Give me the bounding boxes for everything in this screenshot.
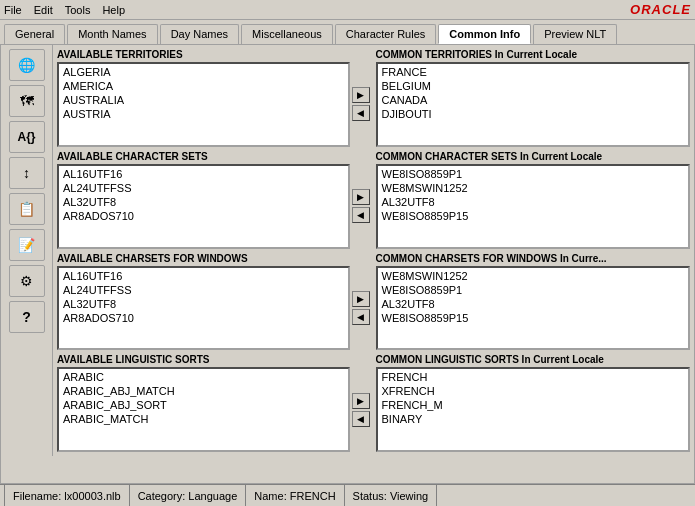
territories-arrows: ▶ ◀ bbox=[350, 62, 372, 147]
list-item[interactable]: BELGIUM bbox=[379, 79, 688, 93]
statusbar: Filename: lx00003.nlb Category: Language… bbox=[0, 484, 695, 506]
list-item[interactable]: WE8ISO8859P1 bbox=[379, 283, 688, 297]
common-linguistic-label: COMMON LINGUISTIC SORTS In Current Local… bbox=[376, 354, 691, 365]
available-linguistic-label: AVAILABLE LINGUISTIC SORTS bbox=[57, 354, 372, 365]
common-charsets-windows-section: COMMON CHARSETS FOR WINDOWS In Curre... … bbox=[376, 253, 691, 351]
menu-file[interactable]: File bbox=[4, 4, 22, 16]
list-item[interactable]: WE8ISO8859P1 bbox=[379, 167, 688, 181]
oracle-logo: ORACLE bbox=[630, 2, 691, 17]
available-linguistic-section: AVAILABLE LINGUISTIC SORTS ARABIC ARABIC… bbox=[57, 354, 372, 452]
status-category: Category: Language bbox=[130, 485, 247, 506]
app-window: File Edit Tools Help ORACLE General Mont… bbox=[0, 0, 695, 506]
list-item[interactable]: WE8ISO8859P15 bbox=[379, 209, 688, 223]
globe-icon[interactable]: 🌐 bbox=[9, 49, 45, 81]
list-item[interactable]: DJIBOUTI bbox=[379, 107, 688, 121]
status-name: Name: FRENCH bbox=[246, 485, 344, 506]
list-item[interactable]: AL32UTF8 bbox=[60, 195, 347, 209]
add-territory-button[interactable]: ▶ bbox=[352, 87, 370, 103]
list-item[interactable]: AL32UTF8 bbox=[60, 297, 347, 311]
menu-edit[interactable]: Edit bbox=[34, 4, 53, 16]
linguistic-arrows: ▶ ◀ bbox=[350, 367, 372, 452]
available-charsets-label: AVAILABLE CHARACTER SETS bbox=[57, 151, 372, 162]
text-icon[interactable]: A{} bbox=[9, 121, 45, 153]
sidebar: 🌐 🗺 A{} ↕ 📋 📝 ⚙ ? bbox=[1, 45, 53, 456]
tab-content: 🌐 🗺 A{} ↕ 📋 📝 ⚙ ? AVAILABLE TERRITORIES … bbox=[0, 44, 695, 484]
list-item[interactable]: ALGERIA bbox=[60, 65, 347, 79]
list-item[interactable]: BINARY bbox=[379, 412, 688, 426]
available-charsets-windows-row: AL16UTF16 AL24UTFFSS AL32UTF8 AR8ADOS710… bbox=[57, 266, 372, 351]
tab-month-names[interactable]: Month Names bbox=[67, 24, 157, 44]
settings-icon[interactable]: ⚙ bbox=[9, 265, 45, 297]
list-item[interactable]: AL24UTFFSS bbox=[60, 181, 347, 195]
list-item[interactable]: AR8ADOS710 bbox=[60, 209, 347, 223]
list-item[interactable]: ARABIC_ABJ_SORT bbox=[60, 398, 347, 412]
list-item[interactable]: AL16UTF16 bbox=[60, 269, 347, 283]
common-charsets-section: COMMON CHARACTER SETS In Current Locale … bbox=[376, 151, 691, 249]
common-territories-row: FRANCE BELGIUM CANADA DJIBOUTI bbox=[376, 62, 691, 147]
common-territories-label: COMMON TERRITORIES In Current Locale bbox=[376, 49, 691, 60]
common-linguistic-row: FRENCH XFRENCH FRENCH_M BINARY bbox=[376, 367, 691, 452]
common-territories-list[interactable]: FRANCE BELGIUM CANADA DJIBOUTI bbox=[376, 62, 691, 147]
list-item[interactable]: AL16UTF16 bbox=[60, 167, 347, 181]
remove-linguistic-button[interactable]: ◀ bbox=[352, 411, 370, 427]
add-charset-windows-button[interactable]: ▶ bbox=[352, 291, 370, 307]
list-item[interactable]: AUSTRIA bbox=[60, 107, 347, 121]
tab-miscellaneous[interactable]: Miscellaneous bbox=[241, 24, 333, 44]
available-territories-label: AVAILABLE TERRITORIES bbox=[57, 49, 372, 60]
list-item[interactable]: WE8MSWIN1252 bbox=[379, 269, 688, 283]
common-linguistic-list[interactable]: FRENCH XFRENCH FRENCH_M BINARY bbox=[376, 367, 691, 452]
menu-tools[interactable]: Tools bbox=[65, 4, 91, 16]
list-item[interactable]: CANADA bbox=[379, 93, 688, 107]
available-linguistic-row: ARABIC ARABIC_ABJ_MATCH ARABIC_ABJ_SORT … bbox=[57, 367, 372, 452]
common-charsets-windows-list[interactable]: WE8MSWIN1252 WE8ISO8859P1 AL32UTF8 WE8IS… bbox=[376, 266, 691, 351]
tab-character-rules[interactable]: Character Rules bbox=[335, 24, 436, 44]
tab-day-names[interactable]: Day Names bbox=[160, 24, 239, 44]
list-item[interactable]: WE8MSWIN1252 bbox=[379, 181, 688, 195]
available-linguistic-list[interactable]: ARABIC ARABIC_ABJ_MATCH ARABIC_ABJ_SORT … bbox=[57, 367, 350, 452]
remove-territory-button[interactable]: ◀ bbox=[352, 105, 370, 121]
sort-icon[interactable]: ↕ bbox=[9, 157, 45, 189]
available-charsets-windows-list[interactable]: AL16UTF16 AL24UTFFSS AL32UTF8 AR8ADOS710 bbox=[57, 266, 350, 351]
common-charsets-row: WE8ISO8859P1 WE8MSWIN1252 AL32UTF8 WE8IS… bbox=[376, 164, 691, 249]
list-item[interactable]: AL32UTF8 bbox=[379, 195, 688, 209]
available-territories-list[interactable]: ALGERIA AMERICA AUSTRALIA AUSTRIA bbox=[57, 62, 350, 147]
list-item[interactable]: ARABIC bbox=[60, 370, 347, 384]
map-icon[interactable]: 🗺 bbox=[9, 85, 45, 117]
list-item[interactable]: XFRENCH bbox=[379, 384, 688, 398]
list-item[interactable]: WE8ISO8859P15 bbox=[379, 311, 688, 325]
list-item[interactable]: AL24UTFFSS bbox=[60, 283, 347, 297]
status-filename: Filename: lx00003.nlb bbox=[4, 485, 130, 506]
edit-icon[interactable]: 📝 bbox=[9, 229, 45, 261]
menu-help[interactable]: Help bbox=[102, 4, 125, 16]
list-item[interactable]: AUSTRALIA bbox=[60, 93, 347, 107]
list-item[interactable]: ARABIC_ABJ_MATCH bbox=[60, 384, 347, 398]
remove-charset-button[interactable]: ◀ bbox=[352, 207, 370, 223]
menubar: File Edit Tools Help ORACLE bbox=[0, 0, 695, 20]
list-item[interactable]: AMERICA bbox=[60, 79, 347, 93]
common-linguistic-section: COMMON LINGUISTIC SORTS In Current Local… bbox=[376, 354, 691, 452]
list-item[interactable]: AR8ADOS710 bbox=[60, 311, 347, 325]
list-item[interactable]: FRENCH_M bbox=[379, 398, 688, 412]
available-territories-row: ALGERIA AMERICA AUSTRALIA AUSTRIA ▶ ◀ bbox=[57, 62, 372, 147]
menubar-items: File Edit Tools Help bbox=[4, 4, 125, 16]
common-charsets-windows-label: COMMON CHARSETS FOR WINDOWS In Curre... bbox=[376, 253, 691, 264]
list-item[interactable]: AL32UTF8 bbox=[379, 297, 688, 311]
list-item[interactable]: FRANCE bbox=[379, 65, 688, 79]
tab-preview-nlt[interactable]: Preview NLT bbox=[533, 24, 617, 44]
list-item[interactable]: ARABIC_MATCH bbox=[60, 412, 347, 426]
available-charsets-windows-label: AVAILABLE CHARSETS FOR WINDOWS bbox=[57, 253, 372, 264]
charsets-arrows: ▶ ◀ bbox=[350, 164, 372, 249]
common-charsets-list[interactable]: WE8ISO8859P1 WE8MSWIN1252 AL32UTF8 WE8IS… bbox=[376, 164, 691, 249]
add-linguistic-button[interactable]: ▶ bbox=[352, 393, 370, 409]
help-icon[interactable]: ? bbox=[9, 301, 45, 333]
common-territories-section: COMMON TERRITORIES In Current Locale FRA… bbox=[376, 49, 691, 147]
list-item[interactable]: FRENCH bbox=[379, 370, 688, 384]
available-charsets-row: AL16UTF16 AL24UTFFSS AL32UTF8 AR8ADOS710… bbox=[57, 164, 372, 249]
remove-charset-windows-button[interactable]: ◀ bbox=[352, 309, 370, 325]
tab-common-info[interactable]: Common Info bbox=[438, 24, 531, 44]
tab-general[interactable]: General bbox=[4, 24, 65, 44]
page-icon[interactable]: 📋 bbox=[9, 193, 45, 225]
main-area: 🌐 🗺 A{} ↕ 📋 📝 ⚙ ? AVAILABLE TERRITORIES … bbox=[1, 45, 694, 456]
add-charset-button[interactable]: ▶ bbox=[352, 189, 370, 205]
available-charsets-list[interactable]: AL16UTF16 AL24UTFFSS AL32UTF8 AR8ADOS710 bbox=[57, 164, 350, 249]
